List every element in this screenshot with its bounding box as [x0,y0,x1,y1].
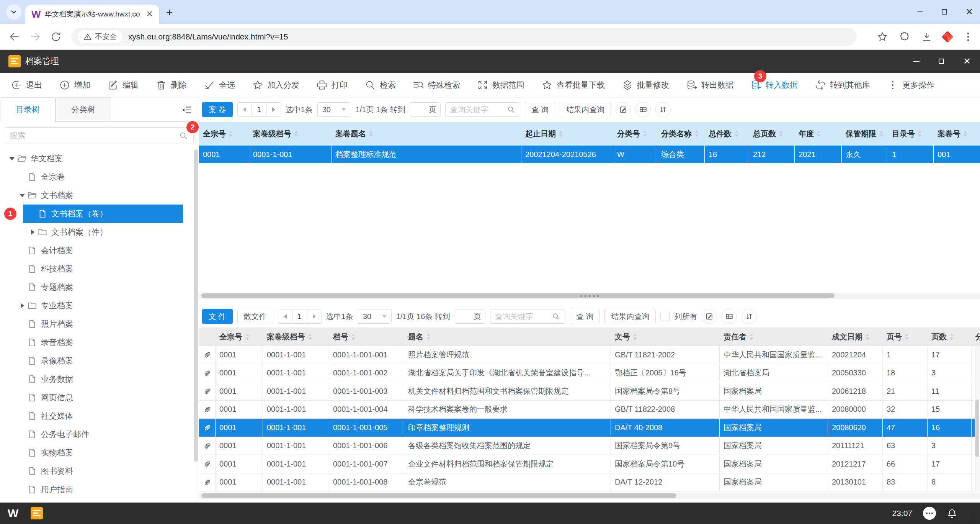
file-table-row[interactable]: 00010001-1-0010001-1-001-003机关文件材料归档范围和文… [199,382,980,401]
os-logo-icon[interactable]: W [8,507,18,520]
column-header-分类号[interactable]: 分类号 [613,122,657,146]
sort-desc-icon[interactable] [294,134,298,139]
app-close-icon[interactable]: ✕ [963,57,971,66]
scrollbar-thumb[interactable] [201,293,835,298]
sort-carets-icon[interactable] [918,129,922,139]
sort-carets-icon[interactable] [229,129,233,139]
toolbar-button-批量修改[interactable]: 批量修改 [622,79,669,91]
tab-directory-tree[interactable]: 目录树 [0,97,56,121]
app-minimize-icon[interactable] [913,61,920,62]
toolbar-button-转到其他库[interactable]: 转到其他库 [815,79,870,91]
column-header-案卷号[interactable]: 案卷号 [934,122,980,146]
sort-asc-icon[interactable] [866,332,869,336]
taskbar-app-icon[interactable] [31,507,43,519]
sort-carets-icon[interactable] [633,332,637,342]
edit-record-button[interactable] [702,309,717,324]
sort-asc-icon[interactable] [695,129,699,133]
sort-carets-icon[interactable] [245,332,249,342]
query-button[interactable]: 查 询 [525,102,555,117]
sort-asc-icon[interactable] [879,129,883,133]
sort-button[interactable] [742,309,757,324]
address-bar[interactable]: 不安全 xysh.eu.org:8848/Lams/vue/index.html… [71,28,857,46]
column-header-案卷级档号[interactable]: 案卷级档号 [249,122,332,146]
column-header-全宗号[interactable]: 全宗号 [199,122,249,146]
query-within-results-button[interactable]: 结果内查询 [560,102,611,117]
column-header-起止日期[interactable]: 起止日期 [521,122,613,146]
column-header-分类名称[interactable]: 分类名称 [657,122,705,146]
browser-close-icon[interactable]: ✕ [965,7,973,16]
sort-carets-icon[interactable] [779,129,783,139]
sort-carets-icon[interactable] [426,332,430,342]
sort-desc-icon[interactable] [918,134,922,139]
column-header-全宗号[interactable]: 全宗号 [216,328,263,346]
sort-carets-icon[interactable] [695,129,699,139]
goto-page-input[interactable]: 页 [410,102,441,117]
tree-item-实物档案[interactable]: 实物档案 [0,444,193,462]
page-size-select[interactable]: 30 [358,309,392,324]
file-keyword-input[interactable]: 查询关键字 [490,309,565,324]
sort-desc-icon[interactable] [750,337,753,342]
toolbar-button-数据范围[interactable]: 数据范围 [477,79,524,91]
toolbar-button-查看批量下载[interactable]: 查看批量下载 [541,79,605,91]
sort-asc-icon[interactable] [779,129,783,133]
toolbar-button-检索[interactable]: 检索 [364,79,396,91]
sort-asc-icon[interactable] [918,129,922,133]
toolbar-button-特殊检索[interactable]: 特殊检索 [413,79,460,91]
reload-icon[interactable] [50,31,62,43]
panel-splitter-handle[interactable] [580,295,599,297]
sort-asc-icon[interactable] [905,332,909,336]
back-icon[interactable] [8,31,21,43]
tree-item-录像档案[interactable]: 录像档案 [0,352,193,370]
volume-table-row[interactable]: 00010001-1-001档案整理标准规范20021204-20210526W… [199,146,980,163]
browser-menu-kebab-icon[interactable] [962,31,974,43]
toolbar-button-编辑[interactable]: 编辑 [107,79,139,91]
extension-avatar-icon[interactable] [941,31,953,43]
card-view-button[interactable] [635,102,651,117]
tree-item-专业档案[interactable]: 专业档案 [0,296,193,315]
toolbar-button-转入数据[interactable]: 3转入数据 [750,79,798,91]
tree-item-图书资料[interactable]: 图书资料 [0,462,193,480]
extensions-puzzle-icon[interactable] [899,31,910,43]
column-header-页号[interactable]: 页号 [883,328,928,346]
sort-desc-icon[interactable] [245,337,249,342]
sort-carets-icon[interactable] [369,129,373,139]
sort-carets-icon[interactable] [817,129,821,139]
column-header-题名[interactable]: 题名 [404,328,611,346]
security-chip[interactable]: 不安全 [78,30,122,43]
sort-desc-icon[interactable] [695,134,699,139]
sort-asc-icon[interactable] [559,129,563,133]
column-header-保管期限[interactable]: 保管期限 [842,122,888,146]
sort-desc-icon[interactable] [229,134,233,139]
file-table-row[interactable]: 00010001-1-0010001-1-001-005印章档案整理规则DA/T… [199,419,980,437]
chat-icon[interactable] [923,507,936,520]
show-desktop-divider[interactable] [970,506,970,521]
toolbar-button-全选[interactable]: 全选 [204,79,235,91]
expander-down-icon[interactable] [17,191,27,200]
sort-carets-icon[interactable] [950,332,954,342]
sort-desc-icon[interactable] [308,337,312,342]
sort-desc-icon[interactable] [779,134,783,139]
expander-right-icon[interactable] [28,229,38,235]
tree-search-input[interactable]: 搜索 2 [4,127,194,144]
sort-desc-icon[interactable] [643,134,647,139]
bookmark-star-icon[interactable] [877,31,888,43]
column-header-页数[interactable]: 页数 [928,328,972,346]
sort-desc-icon[interactable] [817,134,821,139]
query-within-results-button[interactable]: 结果内查询 [604,309,656,324]
tree-item-科技档案[interactable]: 科技档案 [0,260,193,278]
toolbar-button-增加[interactable]: 增加 [59,79,90,91]
tree-item-照片档案[interactable]: 照片档案 [0,315,193,333]
app-restore-icon[interactable] [939,59,944,64]
query-button[interactable]: 查 询 [570,309,600,324]
tree-item-会计档案[interactable]: 会计档案 [0,241,193,260]
browser-maximize-icon[interactable] [942,9,947,15]
tree-item-录音档案[interactable]: 录音档案 [0,333,193,352]
next-page-button[interactable] [266,102,281,117]
tab-classification-tree[interactable]: 分类树 [56,97,111,121]
search-icon[interactable] [179,131,188,140]
sort-asc-icon[interactable] [245,332,249,336]
file-table-row[interactable]: 00010001-1-0010001-1-001-004科学技术档案案卷的一般要… [199,401,980,419]
tree-item-社交媒体[interactable]: 社交媒体 [0,407,193,425]
column-header-年度[interactable]: 年度 [795,122,842,146]
goto-page-input[interactable]: 页 [455,309,485,324]
